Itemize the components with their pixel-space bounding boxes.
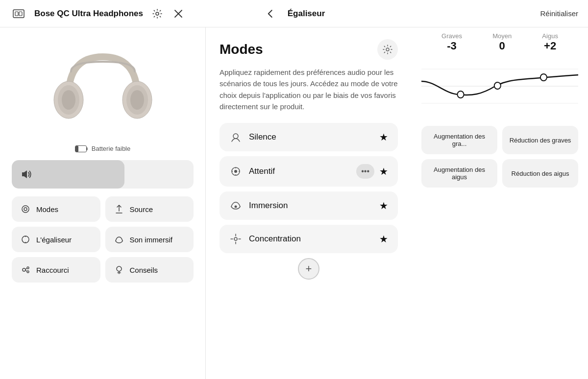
close-icon (173, 9, 183, 19)
menu-grid: Modes Source L'égaliseur (12, 196, 194, 283)
modes-title: Modes (220, 42, 263, 57)
modes-settings-icon (383, 45, 392, 54)
svg-point-48 (540, 74, 547, 81)
attentif-icon (229, 165, 242, 178)
tips-icon (114, 265, 124, 275)
eq-moyen-value: 0 (492, 40, 512, 52)
mode-card-silence-left: Silence (229, 131, 276, 143)
eq-moyen-col: Moyen 0 (492, 32, 512, 52)
preset-red-graves[interactable]: Réduction des graves (502, 126, 578, 154)
mode-card-silence[interactable]: Silence ★ (220, 123, 398, 151)
mode-card-attentif-left: Attentif (229, 165, 275, 178)
svg-point-37 (235, 206, 237, 208)
attentif-star-button[interactable]: ★ (379, 166, 388, 177)
mode-card-immersion[interactable]: Immersion ★ (220, 191, 398, 220)
mode-immersion-name: Immersion (249, 201, 288, 211)
svg-point-36 (234, 170, 237, 173)
modes-label: Modes (36, 205, 58, 213)
eq-aigus-value: +2 (542, 40, 558, 52)
svg-line-25 (25, 270, 27, 271)
equalizer-icon (21, 235, 30, 244)
right-panel: Graves -3 Moyen 0 Aigus +2 (412, 27, 588, 379)
preset-aug-aigus[interactable]: Augmentation des aigus (421, 159, 497, 188)
volume-icon (21, 168, 32, 180)
sidebar-item-shortcut[interactable]: Raccourci (12, 257, 100, 283)
svg-rect-14 (86, 147, 87, 150)
main-content: Batterie faible Modes (0, 27, 588, 379)
eq-aigus-col: Aigus +2 (542, 32, 558, 52)
eq-moyen-name: Moyen (492, 32, 512, 40)
sidebar-item-immersive[interactable]: Son immersif (105, 227, 194, 252)
sidebar-item-source[interactable]: Source (105, 196, 194, 222)
headphone-illustration (44, 42, 162, 140)
headphone-image (34, 37, 172, 145)
mode-card-attentif[interactable]: Attentif ••• ★ (220, 156, 398, 187)
equalizer-label: L'égaliseur (36, 236, 72, 244)
svg-point-18 (22, 236, 29, 243)
svg-marker-15 (22, 170, 27, 178)
mode-immersion-right: ★ (379, 200, 388, 212)
preset-red-aigus[interactable]: Réduction des aigus (502, 159, 578, 188)
mode-attentif-right: ••• ★ (356, 164, 388, 179)
mode-silence-name: Silence (249, 132, 276, 142)
source-icon (114, 204, 124, 214)
immersive-icon (114, 235, 124, 244)
settings-icon (152, 8, 163, 19)
settings-button[interactable] (150, 6, 165, 21)
immersive-label: Son immersif (130, 236, 173, 244)
attentif-dots-button[interactable]: ••• (356, 164, 374, 179)
mode-concentration-right: ★ (379, 233, 388, 245)
modes-header: Modes (220, 39, 398, 60)
sidebar-item-tips[interactable]: Conseils (105, 257, 194, 283)
volume-fill (12, 160, 124, 189)
middle-panel: Modes Appliquez rapidement des préférenc… (206, 27, 412, 379)
immersion-star-button[interactable]: ★ (379, 200, 388, 212)
eq-graves-name: Graves (441, 32, 462, 40)
modes-icon (21, 204, 30, 214)
eq-graves-value: -3 (441, 40, 462, 52)
reinitialiser-button[interactable]: Réinitialiser (540, 9, 578, 18)
svg-point-21 (23, 268, 25, 271)
mode-silence-right: ★ (379, 131, 388, 143)
battery-label: Batterie faible (92, 145, 131, 152)
silence-star-button[interactable]: ★ (379, 131, 388, 143)
sidebar-item-modes[interactable]: Modes (12, 196, 100, 222)
shortcut-icon (21, 265, 30, 275)
nav-right: Réinitialiser (294, 9, 578, 18)
device-icon-button[interactable] (10, 5, 27, 23)
battery-icon (75, 145, 88, 152)
eq-labels-row: Graves -3 Moyen 0 Aigus +2 (421, 32, 578, 52)
eq-curve-svg (421, 54, 578, 118)
tips-label: Conseils (130, 266, 158, 274)
svg-point-29 (386, 48, 389, 51)
concentration-icon (229, 233, 242, 245)
eq-presets-grid: Augmentation des gra... Réduction des gr… (421, 126, 578, 188)
back-button[interactable] (263, 6, 278, 21)
svg-point-46 (457, 91, 464, 98)
close-button[interactable] (172, 7, 185, 21)
svg-point-8 (62, 90, 75, 110)
modes-settings-button[interactable] (377, 39, 398, 60)
preset-aug-graves[interactable]: Augmentation des gra... (421, 126, 497, 154)
mode-attentif-name: Attentif (249, 166, 275, 176)
mode-concentration-name: Concentration (249, 234, 301, 244)
battery-row: Batterie faible (75, 145, 131, 152)
back-icon (265, 8, 276, 19)
svg-point-16 (22, 206, 29, 213)
concentration-star-button[interactable]: ★ (379, 233, 388, 245)
svg-point-30 (233, 134, 238, 139)
add-mode-button[interactable]: + (298, 258, 319, 280)
svg-rect-0 (13, 10, 24, 18)
top-nav: Bose QC Ultra Headphones Égaliseur Réini… (0, 0, 588, 27)
mode-card-concentration[interactable]: Concentration ★ (220, 225, 398, 253)
svg-rect-1 (15, 12, 18, 16)
volume-slider[interactable] (12, 160, 194, 189)
svg-point-3 (156, 12, 159, 15)
add-mode-label: + (306, 262, 312, 275)
shortcut-label: Raccourci (36, 266, 69, 274)
eq-chart[interactable] (421, 54, 578, 118)
svg-point-47 (494, 82, 501, 89)
source-label: Source (130, 205, 153, 213)
sidebar-item-equalizer[interactable]: L'égaliseur (12, 227, 100, 252)
device-name: Bose QC Ultra Headphones (34, 9, 143, 19)
